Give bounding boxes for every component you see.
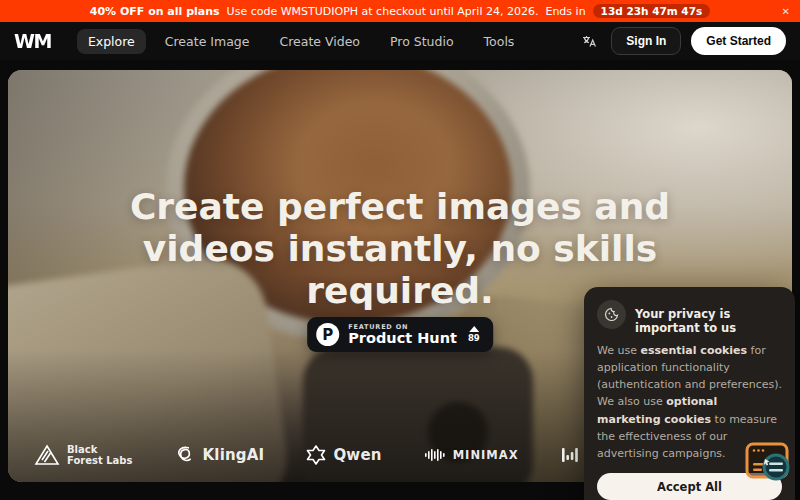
- qwen-icon: [306, 445, 326, 465]
- qwen-label: Qwen: [333, 446, 381, 464]
- product-hunt-badge[interactable]: P FEATURED ON Product Hunt 89: [307, 317, 493, 352]
- capture-widget-icon[interactable]: [745, 441, 791, 487]
- nav-item-create-image[interactable]: Create Image: [154, 29, 261, 54]
- logo-black-forest-labs: Black Forest Labs: [34, 444, 132, 466]
- promo-message: Use code WMSTUDIOPH at checkout until Ap…: [227, 5, 539, 18]
- get-started-button[interactable]: Get Started: [691, 27, 786, 55]
- cookie-icon: [597, 300, 626, 329]
- sign-in-button[interactable]: Sign In: [611, 27, 681, 55]
- cookie-header: Your privacy is important to us: [597, 300, 782, 335]
- minimax-label: MINIMAX: [453, 448, 519, 462]
- klingai-icon: [174, 444, 195, 465]
- cookie-text-1: We use: [597, 344, 640, 357]
- product-hunt-name: Product Hunt: [348, 331, 457, 346]
- nav-item-create-video[interactable]: Create Video: [268, 29, 371, 54]
- nav-item-pro-studio[interactable]: Pro Studio: [379, 29, 465, 54]
- bfl-line2: Forest Labs: [67, 455, 132, 466]
- language-icon[interactable]: [577, 29, 601, 53]
- upvote-count: 89: [468, 333, 480, 343]
- top-navbar: WM Explore Create Image Create Video Pro…: [0, 22, 800, 60]
- partner-logos-row: Black Forest Labs KlingAI Qwen: [34, 444, 678, 466]
- product-hunt-icon: P: [316, 323, 339, 346]
- black-forest-labs-icon: [34, 444, 60, 466]
- logo-klingai: KlingAI: [174, 444, 264, 465]
- bfl-line1: Black: [67, 444, 132, 455]
- promo-ends-label: Ends in: [545, 5, 585, 18]
- banner-close-icon[interactable]: ✕: [782, 0, 790, 22]
- nav-menu: Explore Create Image Create Video Pro St…: [77, 29, 526, 54]
- nav-right-group: Sign In Get Started: [577, 27, 786, 55]
- promo-highlight: 40% OFF on all plans: [90, 5, 220, 18]
- upvote-triangle-icon: [469, 326, 479, 332]
- promo-banner: 40% OFF on all plans Use code WMSTUDIOPH…: [0, 0, 800, 22]
- bytedance-icon: [561, 447, 579, 463]
- logo-minimax: MINIMAX: [424, 448, 519, 462]
- wm-logo[interactable]: WM: [14, 29, 51, 52]
- nav-item-tools[interactable]: Tools: [473, 29, 526, 54]
- countdown-badge: 13d 23h 47m 47s: [593, 4, 711, 18]
- nav-item-explore[interactable]: Explore: [77, 29, 146, 54]
- logo-qwen: Qwen: [306, 445, 381, 465]
- minimax-icon: [424, 448, 446, 462]
- cookie-title: Your privacy is important to us: [635, 307, 782, 335]
- klingai-label: KlingAI: [202, 446, 264, 464]
- cookie-bold-1: essential cookies: [640, 344, 747, 357]
- product-hunt-upvote: 89: [468, 326, 480, 343]
